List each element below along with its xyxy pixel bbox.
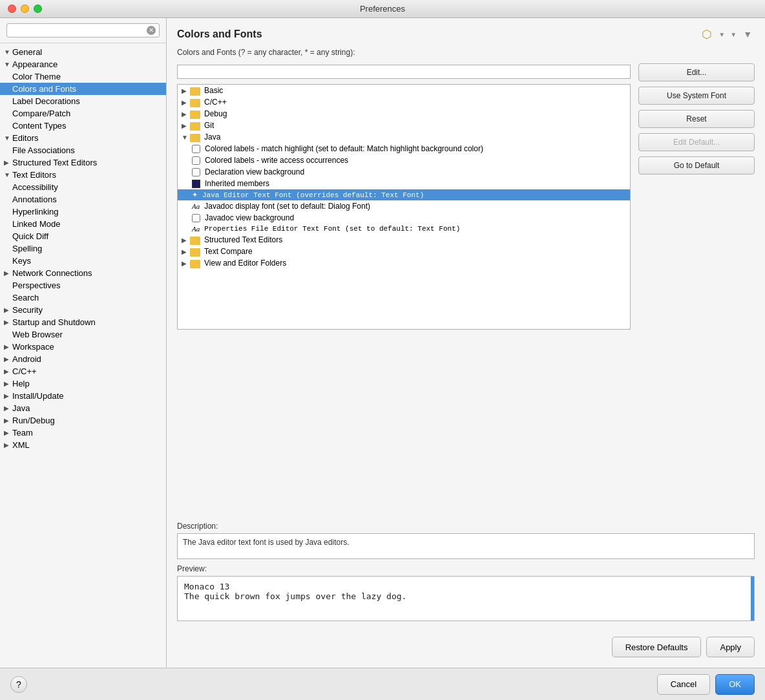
sidebar-label: Search (12, 293, 39, 302)
sidebar-item-web-browser[interactable]: ▶ Web Browser (0, 328, 166, 341)
font-tree-label: Javadoc view background (205, 213, 294, 222)
font-tree-item-basic[interactable]: ▶ Basic (178, 85, 630, 96)
font-tree-label: Text Compare (204, 247, 253, 256)
sidebar-search-input[interactable] (6, 23, 160, 37)
sidebar-item-team[interactable]: ▶ Team (0, 427, 166, 439)
triangle-icon: ▶ (4, 429, 10, 436)
sidebar-item-accessibility[interactable]: ▶ Accessibility (0, 181, 166, 193)
sidebar-item-colors-fonts[interactable]: ▶ Colors and Fonts (0, 83, 166, 95)
sidebar-item-perspectives[interactable]: ▶ Perspectives (0, 279, 166, 292)
sidebar-item-appearance[interactable]: ▼ Appearance (0, 58, 166, 70)
fonts-tree-panel[interactable]: ▶ Basic ▶ C/C++ ▶ Debug (177, 84, 631, 330)
font-tree-item-javadoc-view-bg[interactable]: Javadoc view background (178, 212, 630, 224)
sidebar-item-quick-diff[interactable]: ▶ Quick Diff (0, 230, 166, 242)
font-tree-item-java-editor-font[interactable]: ✦ Java Editor Text Font (overrides defau… (178, 189, 630, 200)
font-tree-item-colored-labels-write[interactable]: Colored labels - write access occurrence… (178, 154, 630, 166)
sidebar-item-content-types[interactable]: ▶ Content Types (0, 120, 166, 132)
font-tree-item-inherited-members[interactable]: Inherited members (178, 178, 630, 189)
triangle-icon: ▶ (182, 260, 188, 267)
sidebar-item-general[interactable]: ▼ General (0, 46, 166, 58)
font-tree-item-text-compare[interactable]: ▶ Text Compare (178, 246, 630, 257)
sidebar-item-color-theme[interactable]: ▶ Color Theme (0, 70, 166, 83)
left-panel: Colors and Fonts (? = any character, * =… (177, 48, 631, 516)
menu-button[interactable]: ▼ (740, 28, 755, 41)
right-panel: Edit... Use System Font Reset Edit Defau… (638, 48, 755, 516)
sidebar-label: Network Connections (12, 268, 92, 278)
colored-labels-write-checkbox[interactable] (192, 156, 200, 165)
sidebar-label: Appearance (12, 59, 58, 69)
triangle-icon: ▼ (4, 171, 10, 178)
triangle-icon: ▶ (4, 392, 10, 399)
sidebar-label: Structured Text Editors (12, 158, 97, 167)
help-button[interactable]: ? (10, 676, 27, 693)
minimize-button[interactable] (21, 5, 29, 13)
font-tree-label: Debug (204, 109, 227, 118)
sidebar-item-java[interactable]: ▶ Java (0, 402, 166, 414)
sidebar-item-keys[interactable]: ▶ Keys (0, 255, 166, 267)
reset-button[interactable]: Reset (638, 110, 755, 128)
sidebar-item-security[interactable]: ▶ Security (0, 304, 166, 316)
sidebar-label: Compare/Patch (12, 109, 70, 118)
font-tree-item-colored-labels-match[interactable]: Colored labels - match highlight (set to… (178, 143, 630, 154)
back-dropdown[interactable]: ▼ (717, 31, 726, 38)
font-tree-item-java[interactable]: ▼ Java (178, 131, 630, 143)
sidebar-label: Help (12, 379, 30, 388)
description-section: Description: The Java editor text font i… (167, 522, 765, 559)
forward-dropdown[interactable]: ▼ (729, 31, 738, 38)
triangle-icon: ▶ (182, 99, 188, 106)
declaration-view-checkbox[interactable] (192, 168, 200, 176)
back-button[interactable]: ⬡ (699, 26, 715, 43)
sidebar-item-install-update[interactable]: ▶ Install/Update (0, 390, 166, 402)
font-tree-item-properties-file-font[interactable]: Aa Properties File Editor Text Font (set… (178, 224, 630, 234)
font-tree-item-declaration-view[interactable]: Declaration view background (178, 166, 630, 178)
use-system-font-button[interactable]: Use System Font (638, 87, 755, 105)
font-tree-item-view-editor-folders[interactable]: ▶ View and Editor Folders (178, 257, 630, 269)
ok-button[interactable]: OK (715, 674, 755, 695)
edit-button[interactable]: Edit... (638, 63, 755, 81)
sidebar-item-text-editors[interactable]: ▼ Text Editors (0, 169, 166, 181)
folder-icon (190, 111, 200, 119)
filter-input[interactable] (177, 65, 631, 79)
sidebar-item-editors[interactable]: ▼ Editors (0, 132, 166, 144)
sidebar-item-label-decorations[interactable]: ▶ Label Decorations (0, 95, 166, 107)
sidebar-item-file-associations[interactable]: ▶ File Associations (0, 144, 166, 156)
sidebar-item-spelling[interactable]: ▶ Spelling (0, 242, 166, 255)
sidebar-item-network-connections[interactable]: ▶ Network Connections (0, 267, 166, 279)
sidebar-item-structured-text-editors[interactable]: ▶ Structured Text Editors (0, 156, 166, 169)
title-bar: Preferences (0, 0, 765, 18)
sidebar-item-hyperlinking[interactable]: ▶ Hyperlinking (0, 206, 166, 218)
restore-defaults-button[interactable]: Restore Defaults (612, 637, 702, 657)
close-button[interactable] (8, 5, 16, 13)
sidebar-item-workspace[interactable]: ▶ Workspace (0, 341, 166, 353)
sidebar-item-android[interactable]: ▶ Android (0, 353, 166, 365)
maximize-button[interactable] (34, 5, 42, 13)
sidebar-item-linked-mode[interactable]: ▶ Linked Mode (0, 218, 166, 230)
cancel-button[interactable]: Cancel (657, 674, 710, 695)
preview-label: Preview: (177, 564, 755, 573)
triangle-icon: ▶ (182, 237, 188, 244)
sidebar-label: File Associations (12, 145, 75, 155)
apply-button[interactable]: Apply (706, 637, 755, 657)
sidebar-item-compare-patch[interactable]: ▶ Compare/Patch (0, 107, 166, 120)
sidebar-label: Run/Debug (12, 416, 55, 425)
sidebar-item-xml[interactable]: ▶ XML (0, 439, 166, 451)
sidebar-item-annotations[interactable]: ▶ Annotations (0, 193, 166, 206)
javadoc-view-bg-checkbox[interactable] (192, 214, 200, 222)
edit-default-button[interactable]: Edit Default... (638, 133, 755, 151)
go-to-default-button[interactable]: Go to Default (638, 156, 755, 175)
font-tree-item-cpp[interactable]: ▶ C/C++ (178, 96, 630, 108)
font-tree-item-debug[interactable]: ▶ Debug (178, 108, 630, 120)
sidebar-label: Workspace (12, 342, 54, 352)
triangle-icon: ▶ (4, 319, 10, 326)
sidebar-item-run-debug[interactable]: ▶ Run/Debug (0, 414, 166, 427)
sidebar-item-startup-shutdown[interactable]: ▶ Startup and Shutdown (0, 316, 166, 328)
search-clear-button[interactable]: ✕ (147, 26, 156, 35)
sidebar-item-cpp[interactable]: ▶ C/C++ (0, 365, 166, 377)
font-tree-item-git[interactable]: ▶ Git (178, 120, 630, 131)
triangle-icon: ▶ (182, 111, 188, 118)
colored-labels-match-checkbox[interactable] (192, 145, 200, 153)
sidebar-item-help[interactable]: ▶ Help (0, 377, 166, 390)
font-tree-item-structured-text[interactable]: ▶ Structured Text Editors (178, 234, 630, 246)
sidebar-item-search[interactable]: ▶ Search (0, 292, 166, 304)
font-tree-item-javadoc-display[interactable]: Aa Javadoc display font (set to default:… (178, 200, 630, 212)
